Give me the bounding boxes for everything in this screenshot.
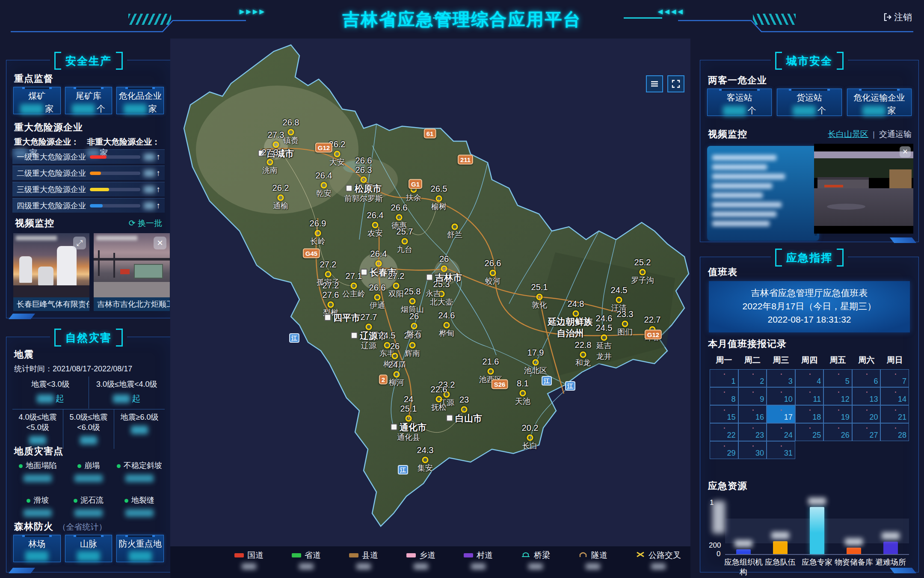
map-marker-dot[interactable]	[436, 196, 442, 202]
calendar-day-15[interactable]: 15	[710, 405, 738, 423]
supervision-stat-危化品企业[interactable]: 危化品企业家	[116, 87, 164, 114]
calendar-day-9[interactable]: 9	[738, 387, 767, 405]
map-marker-dot[interactable]	[601, 335, 607, 341]
map-marker-dot[interactable]	[411, 323, 418, 329]
calendar-day-7[interactable]: 7	[880, 369, 909, 387]
camera-list-item[interactable]	[712, 155, 776, 160]
calendar-day-25[interactable]: 25	[795, 423, 824, 441]
calendar-day-13[interactable]: 13	[852, 387, 881, 405]
map-marker-dot[interactable]	[409, 342, 416, 349]
calendar-day-29[interactable]: 29	[710, 441, 738, 459]
calendar-day-3[interactable]: 3	[767, 369, 795, 387]
map-marker-dot[interactable]	[376, 261, 382, 267]
map-marker-dot[interactable]	[372, 222, 379, 228]
close-icon[interactable]: ✕	[154, 237, 166, 249]
calendar-day-8[interactable]: 8	[710, 387, 738, 405]
forest-stat-林场[interactable]: 林场	[13, 535, 61, 562]
refresh-batch-button[interactable]: ⟳ 换一批	[129, 218, 162, 229]
map-marker-dot[interactable]	[520, 390, 526, 397]
map-marker-dot[interactable]	[288, 129, 294, 136]
supervision-stat-尾矿库[interactable]: 尾矿库个	[65, 87, 113, 114]
fleet-stat-危化运输企业[interactable]: 危化运输企业家	[847, 89, 912, 116]
calendar-day-31[interactable]: 31	[767, 441, 795, 459]
forest-stat-防火重点地[interactable]: 防火重点地	[116, 535, 164, 562]
calendar-day-24[interactable]: 24	[767, 423, 795, 441]
map-marker-dot[interactable]	[616, 297, 622, 303]
fleet-stat-客运站[interactable]: 客运站个	[707, 89, 772, 116]
map-marker-dot[interactable]	[406, 415, 412, 422]
camera-list-item[interactable]	[712, 202, 782, 207]
calendar-day-20[interactable]: 20	[852, 405, 881, 423]
expand-icon[interactable]: ⤢	[73, 237, 86, 249]
map-marker-dot[interactable]	[444, 322, 450, 329]
calendar-day-28[interactable]: 28	[880, 423, 909, 441]
calendar-day-26[interactable]: 26	[823, 423, 852, 441]
map-marker-dot[interactable]	[374, 294, 381, 301]
calendar-day-12[interactable]: 12	[823, 387, 852, 405]
map-marker-dot[interactable]	[640, 269, 646, 276]
map-marker-dot[interactable]	[321, 182, 327, 189]
camera-list-item[interactable]	[712, 174, 785, 179]
calendar-day-2[interactable]: 2	[738, 369, 767, 387]
map-marker-dot[interactable]	[436, 396, 442, 403]
map-marker-dot[interactable]	[351, 283, 357, 289]
calendar-day-19[interactable]: 19	[823, 405, 852, 423]
map-marker-dot[interactable]	[536, 294, 543, 300]
map-marker-dot[interactable]	[361, 177, 367, 183]
map-marker-dot[interactable]	[278, 195, 284, 201]
map-marker-dot[interactable]	[328, 302, 334, 308]
map-marker-dot[interactable]	[490, 270, 496, 276]
calendar-day-22[interactable]: 22	[710, 423, 738, 441]
camera-thumbnail-1[interactable]: ⤢ 长春巨峰气体有限责任公司	[13, 233, 89, 311]
calendar-day-5[interactable]: 5	[823, 369, 852, 387]
calendar-day-6[interactable]: 6	[852, 369, 881, 387]
forest-stat-山脉[interactable]: 山脉	[65, 535, 113, 562]
map-marker-dot[interactable]	[315, 230, 321, 237]
map-marker-dot[interactable]	[392, 353, 398, 359]
map-marker-dot[interactable]	[396, 214, 403, 221]
map-marker-dot[interactable]	[622, 321, 628, 327]
calendar-day-27[interactable]: 27	[852, 423, 881, 441]
camera-thumbnail-2[interactable]: ✕ 吉林市吉化北方炬顺工贸责任…	[94, 233, 170, 311]
calendar-day-17[interactable]: 17	[767, 405, 795, 423]
map-marker-dot[interactable]	[488, 368, 494, 375]
province-map[interactable]: 26.8镇赉27.3白城市27.3洮南26.2大安26.2通榆26.4乾安26.…	[170, 39, 690, 578]
map-marker-dot[interactable]	[384, 342, 391, 349]
calendar-day-21[interactable]: 21	[880, 405, 909, 423]
calendar-day-10[interactable]: 10	[767, 387, 795, 405]
map-marker-dot[interactable]	[393, 283, 400, 289]
map-marker-dot[interactable]	[402, 238, 408, 245]
map-marker-dot[interactable]	[452, 224, 458, 230]
calendar-day-23[interactable]: 23	[738, 423, 767, 441]
map-marker-dot[interactable]	[580, 352, 586, 358]
fleet-stat-货运站[interactable]: 货运站个	[777, 89, 841, 116]
close-icon[interactable]: ✕	[900, 146, 911, 157]
calendar-day-16[interactable]: 16	[738, 405, 767, 423]
link-changbaishan[interactable]: 长白山景区	[828, 129, 868, 140]
calendar-day-11[interactable]: 11	[795, 387, 824, 405]
map-marker-dot[interactable]	[394, 371, 400, 378]
map-marker-dot[interactable]	[409, 298, 416, 305]
map-marker-dot[interactable]	[441, 266, 447, 272]
calendar-day-18[interactable]: 18	[795, 405, 824, 423]
camera-list-item[interactable]	[712, 211, 776, 217]
calendar-day-30[interactable]: 30	[738, 441, 767, 459]
camera-list-item[interactable]	[712, 193, 763, 198]
logout-button[interactable]: 注销	[883, 11, 912, 23]
supervision-stat-煤矿[interactable]: 煤矿家	[13, 87, 61, 114]
calendar-day-14[interactable]: 14	[880, 387, 909, 405]
layers-menu-button[interactable]	[646, 75, 663, 92]
map-marker-dot[interactable]	[334, 151, 341, 157]
calendar-day-1[interactable]: 1	[710, 369, 738, 387]
map-marker-dot[interactable]	[267, 159, 273, 166]
calendar-day-4[interactable]: 4	[795, 369, 824, 387]
map-marker-dot[interactable]	[533, 359, 539, 366]
live-video-player[interactable]: ✕	[814, 144, 913, 234]
camera-list-item[interactable]	[712, 183, 772, 189]
link-traffic[interactable]: 交通运输	[879, 129, 912, 140]
map-marker-dot[interactable]	[273, 142, 279, 148]
map-marker-dot[interactable]	[366, 324, 372, 330]
map-marker-dot[interactable]	[461, 406, 468, 413]
camera-list-item[interactable]	[712, 221, 770, 226]
map-marker-dot[interactable]	[422, 457, 429, 463]
